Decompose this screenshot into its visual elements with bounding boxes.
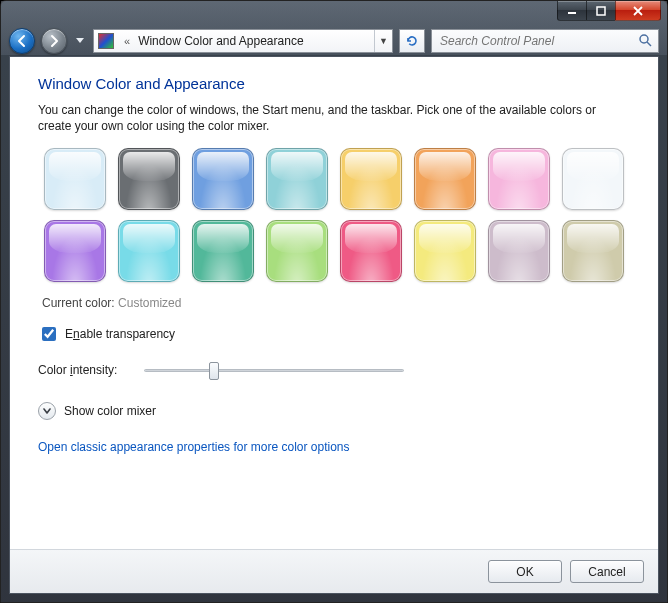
navigation-bar: « Window Color and Appearance ▼ — [9, 27, 659, 55]
color-swatch-lavender[interactable] — [488, 220, 550, 282]
color-swatch-graphite[interactable] — [118, 148, 180, 210]
intensity-slider[interactable] — [144, 362, 404, 378]
address-bar[interactable]: « Window Color and Appearance ▼ — [93, 29, 393, 53]
personalization-icon — [98, 33, 114, 49]
caption-buttons — [558, 1, 661, 21]
slider-thumb[interactable] — [209, 362, 219, 380]
color-swatch-lime[interactable] — [266, 220, 328, 282]
transparency-checkbox[interactable] — [42, 327, 56, 341]
svg-rect-0 — [568, 12, 576, 14]
maximize-button[interactable] — [586, 1, 616, 21]
content-area: Window Color and Appearance You can chan… — [10, 57, 658, 549]
minimize-button[interactable] — [557, 1, 587, 21]
svg-point-2 — [640, 35, 648, 43]
recent-pages-dropdown[interactable] — [73, 31, 87, 51]
address-history-dropdown[interactable]: ▼ — [374, 30, 392, 52]
color-swatch-emerald[interactable] — [192, 220, 254, 282]
color-swatch-lemon[interactable] — [414, 220, 476, 282]
ok-button[interactable]: OK — [488, 560, 562, 583]
forward-button[interactable] — [41, 28, 67, 54]
color-swatch-violet[interactable] — [44, 220, 106, 282]
breadcrumb-label[interactable]: Window Color and Appearance — [136, 34, 305, 48]
refresh-button[interactable] — [399, 29, 425, 53]
cancel-button[interactable]: Cancel — [570, 560, 644, 583]
color-swatch-frost[interactable] — [562, 148, 624, 210]
color-swatch-sky[interactable] — [44, 148, 106, 210]
chevron-left-icon: « — [118, 35, 136, 47]
transparency-label: Enable transparency — [65, 327, 175, 341]
window-frame: « Window Color and Appearance ▼ Window C… — [0, 0, 668, 603]
page-description: You can change the color of windows, the… — [38, 102, 630, 134]
color-swatch-grid — [38, 148, 630, 282]
transparency-row[interactable]: Enable transparency — [38, 324, 630, 344]
client-area: Window Color and Appearance You can chan… — [9, 56, 659, 594]
slider-track — [144, 369, 404, 372]
svg-line-3 — [647, 42, 651, 46]
svg-rect-1 — [597, 7, 605, 15]
intensity-label: Color intensity: — [38, 363, 130, 377]
intensity-row: Color intensity: — [38, 362, 630, 378]
dialog-footer: OK Cancel — [10, 549, 658, 593]
chevron-down-icon[interactable] — [38, 402, 56, 420]
search-box[interactable] — [431, 29, 659, 53]
search-input[interactable] — [438, 33, 638, 49]
color-swatch-sun[interactable] — [340, 148, 402, 210]
color-mixer-label: Show color mixer — [64, 404, 156, 418]
color-swatch-blue[interactable] — [192, 148, 254, 210]
page-title: Window Color and Appearance — [38, 75, 630, 92]
classic-appearance-link[interactable]: Open classic appearance properties for m… — [38, 440, 630, 454]
color-mixer-expander[interactable]: Show color mixer — [38, 402, 630, 420]
color-swatch-pumpkin[interactable] — [414, 148, 476, 210]
back-button[interactable] — [9, 28, 35, 54]
color-swatch-aqua[interactable] — [118, 220, 180, 282]
close-button[interactable] — [615, 1, 661, 21]
color-swatch-blush[interactable] — [488, 148, 550, 210]
color-swatch-teal[interactable] — [266, 148, 328, 210]
current-color-label: Current color: — [42, 296, 115, 310]
current-color-row: Current color: Customized — [42, 296, 630, 310]
search-icon[interactable] — [638, 33, 652, 50]
color-swatch-rose[interactable] — [340, 220, 402, 282]
current-color-value: Customized — [118, 296, 181, 310]
color-swatch-taupe[interactable] — [562, 220, 624, 282]
